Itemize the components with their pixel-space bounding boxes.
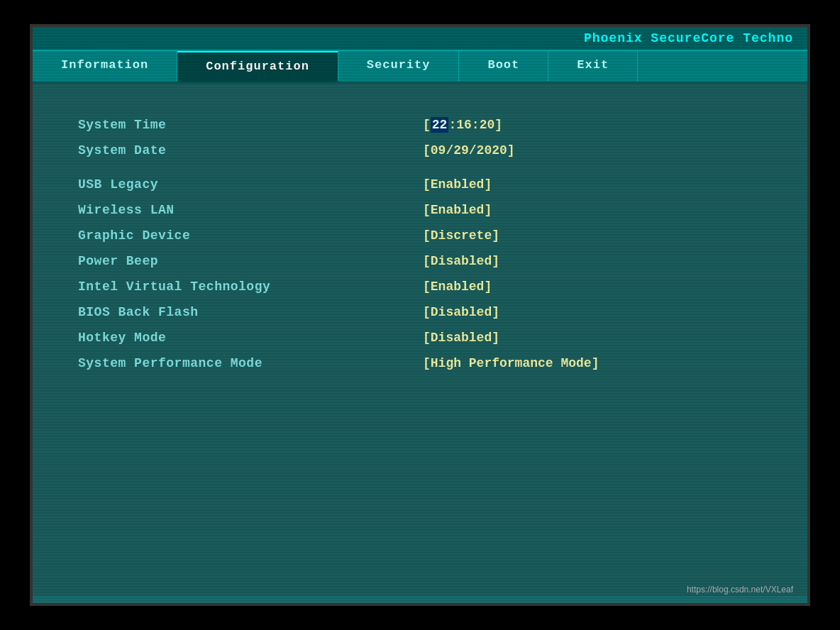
config-row[interactable]: Wireless LAN[Enabled] xyxy=(75,197,765,223)
config-row[interactable]: System Time[22:16:20] xyxy=(75,112,765,138)
config-label: Graphic Device xyxy=(75,223,420,248)
config-row[interactable]: Intel Virtual Technology[Enabled] xyxy=(75,274,765,299)
config-value: [Disabled] xyxy=(420,299,765,325)
config-row[interactable]: BIOS Back Flash[Disabled] xyxy=(75,299,765,325)
config-row[interactable]: Graphic Device[Discrete] xyxy=(75,223,765,248)
config-label: System Time xyxy=(75,112,420,138)
config-label: Power Beep xyxy=(75,248,420,274)
config-label: Hotkey Mode xyxy=(75,325,420,350)
watermark: https://blog.csdn.net/VXLeaf xyxy=(687,585,793,595)
nav-item-information[interactable]: Information xyxy=(33,51,177,82)
bios-screen: Phoenix SecureCore Techno InformationCon… xyxy=(30,24,810,606)
config-label: System Date xyxy=(75,138,420,163)
brand-bar: Phoenix SecureCore Techno xyxy=(33,27,807,51)
config-value: [Enabled] xyxy=(420,197,765,223)
config-value: [Enabled] xyxy=(420,274,765,299)
config-table: System Time[22:16:20]System Date[09/29/2… xyxy=(75,112,765,376)
nav-item-boot[interactable]: Boot xyxy=(459,51,548,82)
config-row[interactable]: Power Beep[Disabled] xyxy=(75,248,765,274)
config-value: [09/29/2020] xyxy=(420,138,765,163)
brand-text: Phoenix SecureCore Techno xyxy=(584,31,793,45)
config-label: Intel Virtual Technology xyxy=(75,274,420,299)
config-value: [High Performance Mode] xyxy=(420,350,765,376)
config-value: [Disabled] xyxy=(420,248,765,274)
config-value: [22:16:20] xyxy=(420,112,765,138)
config-row[interactable]: USB Legacy[Enabled] xyxy=(75,163,765,197)
config-value: [Disabled] xyxy=(420,325,765,350)
config-value: [Discrete] xyxy=(420,223,765,248)
config-label: USB Legacy xyxy=(75,163,420,197)
nav-item-security[interactable]: Security xyxy=(338,51,460,82)
nav-item-configuration[interactable]: Configuration xyxy=(177,51,338,82)
config-row[interactable]: System Performance Mode[High Performance… xyxy=(75,350,765,376)
config-label: BIOS Back Flash xyxy=(75,299,420,325)
config-row[interactable]: System Date[09/29/2020] xyxy=(75,138,765,163)
config-label: Wireless LAN xyxy=(75,197,420,223)
content-area: System Time[22:16:20]System Date[09/29/2… xyxy=(33,84,807,596)
nav-bar: InformationConfigurationSecurityBootExit xyxy=(33,51,807,84)
config-value: [Enabled] xyxy=(420,163,765,197)
config-row[interactable]: Hotkey Mode[Disabled] xyxy=(75,325,765,350)
config-label: System Performance Mode xyxy=(75,350,420,376)
nav-item-exit[interactable]: Exit xyxy=(548,51,638,82)
